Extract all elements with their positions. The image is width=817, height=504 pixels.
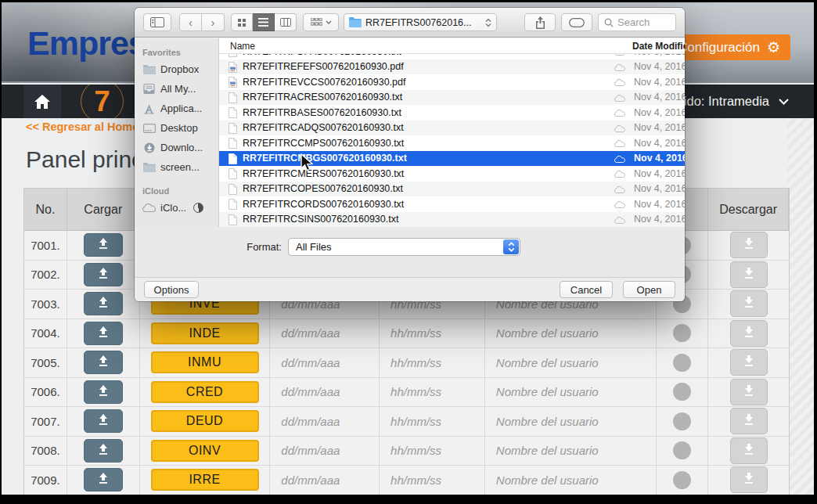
- options-button[interactable]: Options: [144, 281, 199, 298]
- column-date-modified[interactable]: Date Modified: [632, 41, 685, 52]
- sidebar-item-downlo[interactable]: Downlo...: [135, 138, 218, 157]
- file-row[interactable]: RR7EFITRCORDS007620160930.txtNov 4, 2016: [219, 196, 685, 212]
- sidebar-item-label: Desktop: [160, 122, 198, 134]
- upload-icon: [96, 443, 110, 459]
- view-segmented-control: [231, 13, 297, 31]
- text-file-icon: [229, 168, 237, 182]
- file-name: RR7EFITREVCCS007620160930.pdf: [243, 77, 405, 88]
- configuracion-button[interactable]: Configuración ⚙: [668, 34, 790, 60]
- upload-button[interactable]: [84, 351, 123, 374]
- sidebar-item-screen[interactable]: screen...: [135, 157, 218, 177]
- upload-button[interactable]: [84, 263, 123, 286]
- file-row[interactable]: RR7EFITRCCMPS007620160930.txtNov 4, 2016: [219, 135, 685, 151]
- time-placeholder: hh/mm/ss: [391, 326, 441, 340]
- sidebar-item-label: Downlo...: [160, 142, 203, 153]
- file-row-selected[interactable]: RR7EFITRCMBGS007620160930.txtNov 4, 2016: [219, 151, 685, 167]
- file-row[interactable]: RR7EFITREVCCS007620160930.pdfNov 4, 2016: [219, 74, 685, 90]
- current-folder-dropdown[interactable]: RR7EFITRS00762016...: [344, 13, 497, 31]
- document-type-button[interactable]: INDE: [151, 322, 259, 344]
- folder-icon: [349, 17, 362, 27]
- upload-button[interactable]: [84, 468, 123, 491]
- row-number: 7009.: [24, 466, 67, 495]
- status-circle: [673, 412, 691, 430]
- home-button[interactable]: [23, 85, 61, 118]
- sidebar-item-allmy[interactable]: All My...: [135, 79, 218, 99]
- document-type-button[interactable]: CRED: [151, 381, 259, 403]
- sidebar-item-icloud[interactable]: iClo...: [135, 198, 218, 218]
- download-button[interactable]: [730, 320, 768, 347]
- sidebar-toggle-button[interactable]: [143, 13, 171, 31]
- file-row[interactable]: RR7EFITREFEFS007620160930.pdfNov 4, 2016: [219, 59, 685, 75]
- download-button[interactable]: [730, 261, 768, 288]
- column-view-icon: [280, 18, 291, 27]
- sidebar-item-dropbox[interactable]: Dropbox: [135, 59, 218, 79]
- table-row: 7009.IRREdd/mm/aaahh/mm/ssNombre del usu…: [24, 466, 789, 495]
- upload-icon: [96, 355, 110, 370]
- back-to-home-link[interactable]: << Regresar al Home: [26, 121, 139, 133]
- column-name[interactable]: Name: [230, 41, 255, 52]
- upload-button[interactable]: [84, 409, 123, 433]
- arrange-button[interactable]: [303, 13, 339, 31]
- table-row: 7006.CREDdd/mm/aaahh/mm/ssNombre del usu…: [24, 378, 789, 408]
- upload-button[interactable]: [84, 233, 123, 257]
- upload-icon: [96, 472, 110, 488]
- list-view-button[interactable]: [253, 13, 275, 31]
- file-row[interactable]: RR7EFITRBASES007620160930.txtNov 4, 2016: [219, 105, 685, 121]
- sidebar-toggle-icon: [150, 17, 164, 27]
- download-button[interactable]: [730, 408, 768, 434]
- document-type-cell: DEUD: [140, 407, 271, 436]
- upload-button[interactable]: [84, 380, 123, 404]
- desktop-icon: [142, 124, 156, 133]
- grid-view-button[interactable]: [231, 13, 253, 31]
- document-type-button[interactable]: DEUD: [151, 410, 259, 432]
- content-dropdown[interactable]: nido: Intramedia: [677, 85, 789, 118]
- user-placeholder-cell: Nombre del usuario: [485, 348, 657, 377]
- file-row[interactable]: RR7EFITRCMERS007620160930.txtNov 4, 2016: [219, 166, 685, 182]
- user-placeholder: Nombre del usuario: [496, 473, 599, 487]
- arrange-icon: [311, 18, 322, 27]
- download-button[interactable]: [730, 349, 768, 376]
- format-value: All Files: [296, 241, 332, 253]
- upload-button[interactable]: [84, 292, 123, 315]
- tags-button[interactable]: [561, 13, 592, 31]
- dialog-body: Favorites DropboxAll My...Applica...Desk…: [135, 38, 685, 227]
- download-button[interactable]: [730, 379, 768, 405]
- row-number: 7008.: [24, 437, 67, 466]
- row-number-text: 7002.: [31, 268, 60, 281]
- file-row[interactable]: RR7EFITRACRES007620160930.txtNov 4, 2016: [219, 90, 685, 106]
- upload-icon: [96, 413, 110, 429]
- file-name: RR7EFITRCSINS007620160930.txt: [243, 214, 398, 225]
- back-button[interactable]: ‹: [179, 13, 202, 31]
- forward-button[interactable]: ›: [202, 13, 225, 31]
- search-field[interactable]: Search: [598, 13, 676, 31]
- download-button[interactable]: [730, 466, 768, 493]
- file-row[interactable]: RR7EFITRCADQS007620160930.txtNov 4, 2016: [219, 121, 685, 136]
- time-placeholder-cell: hh/mm/ss: [380, 348, 485, 377]
- share-button[interactable]: [524, 13, 556, 31]
- row-number-text: 7008.: [31, 444, 60, 457]
- document-type-button[interactable]: IRRE: [151, 469, 259, 491]
- status-cell: [657, 378, 708, 407]
- column-view-button[interactable]: [275, 13, 297, 31]
- file-row[interactable]: RR7EFITRCSINS007620160930.txtNov 4, 2016: [219, 212, 685, 228]
- sidebar-item-applica[interactable]: Applica...: [135, 99, 218, 118]
- upload-button[interactable]: [84, 322, 123, 345]
- document-type-button[interactable]: OINV: [151, 440, 259, 462]
- file-row[interactable]: RR7EFITRCOPES007620160930.txtNov 4, 2016: [219, 182, 685, 197]
- download-button[interactable]: [730, 437, 768, 464]
- file-date-modified: Nov 8, 2016: [634, 54, 685, 57]
- download-button[interactable]: [730, 290, 768, 317]
- status-circle: [673, 324, 691, 342]
- cancel-button[interactable]: Cancel: [560, 281, 613, 298]
- download-icon: [742, 355, 756, 370]
- date-placeholder-cell: dd/mm/aaa: [270, 437, 380, 466]
- format-select[interactable]: All Files: [288, 238, 520, 256]
- text-file-icon: [229, 214, 237, 228]
- search-placeholder: Search: [617, 16, 650, 28]
- sidebar-item-desktop[interactable]: Desktop: [135, 118, 218, 138]
- notification-badge[interactable]: 7: [81, 85, 124, 118]
- download-button[interactable]: [730, 232, 768, 258]
- open-button[interactable]: Open: [623, 281, 675, 298]
- document-type-button[interactable]: INMU: [151, 351, 259, 373]
- upload-button[interactable]: [84, 439, 123, 463]
